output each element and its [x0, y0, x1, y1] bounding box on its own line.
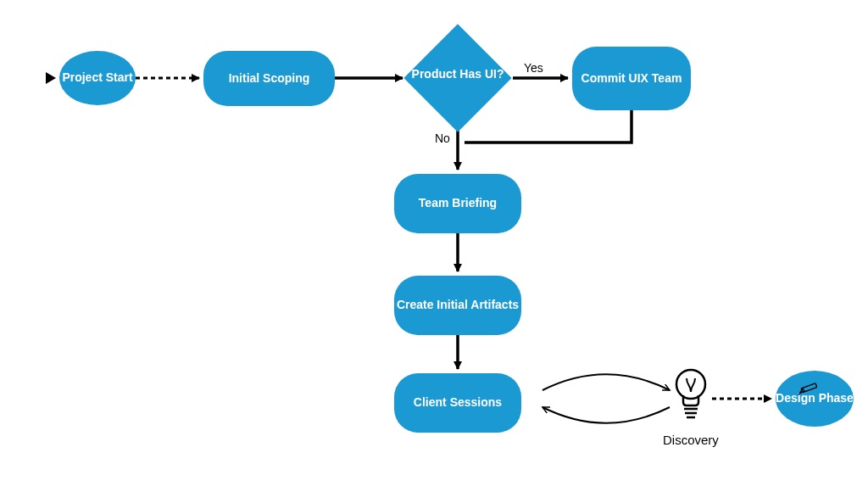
lightbulb-icon — [670, 365, 712, 428]
edge-label-no: No — [435, 131, 450, 145]
node-label: Project Start — [62, 70, 132, 86]
node-commit-uix: Commit UIX Team — [572, 47, 691, 110]
node-team-briefing: Team Briefing — [394, 174, 521, 233]
node-project-start: Project Start — [59, 51, 136, 105]
node-initial-scoping: Initial Scoping — [203, 51, 335, 106]
svg-point-7 — [676, 370, 705, 399]
node-client-sessions: Client Sessions — [394, 373, 521, 433]
node-design-phase: Design Phase — [776, 371, 854, 427]
node-label: Create Initial Artifacts — [397, 298, 519, 313]
node-label: Team Briefing — [419, 196, 497, 211]
caption-discovery: Discovery — [663, 433, 719, 447]
node-label: Product Has UI? — [403, 67, 513, 82]
node-label: Client Sessions — [414, 395, 502, 411]
node-create-artifacts: Create Initial Artifacts — [394, 276, 521, 335]
start-marker-icon — [46, 72, 56, 84]
node-label: Initial Scoping — [229, 71, 310, 87]
node-decision: Product Has UI? — [403, 23, 513, 133]
edge-label-yes: Yes — [524, 61, 543, 75]
pencil-icon — [797, 382, 821, 397]
node-label: Commit UIX Team — [581, 71, 682, 87]
